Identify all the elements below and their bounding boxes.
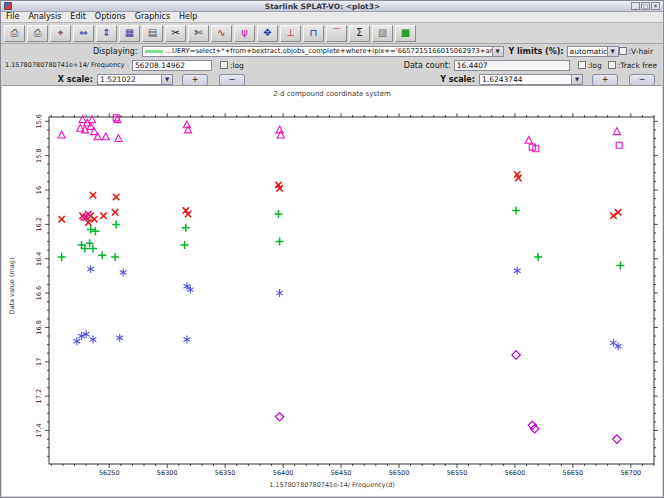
fit-width-icon[interactable]: ⇔ [73,25,94,42]
svg-text:56650: 56650 [563,469,584,477]
search-icon[interactable]: ⌖ [50,25,71,42]
chevron-down-icon[interactable]: ▼ [161,74,173,85]
svg-text:56700: 56700 [620,469,641,477]
y-limits-value: automatic [567,46,607,57]
x-log-checkbox[interactable] [220,61,228,69]
menu-help[interactable]: Help [179,12,197,22]
statistics-icon[interactable]: Σ [349,25,370,42]
x-log-label: :log [230,61,244,70]
vhair-region-icon[interactable]: ψ [234,25,255,42]
frequency-label: 1.15780780780741e+14/ Frequency : [5,61,129,69]
pan-icon[interactable]: ✥ [257,25,278,42]
y-scale-combo[interactable]: 1.6243744 ▼ [479,74,583,85]
menu-file[interactable]: File [6,12,19,22]
y-log-label: :log [588,61,602,70]
menu-analysis[interactable]: Analysis [28,12,61,22]
svg-text:56350: 56350 [215,469,236,477]
data-point [276,238,284,246]
svg-text:15.8: 15.8 [35,148,43,162]
control-panel: Displaying: ...UERY=select+*+from+bextra… [1,44,663,88]
data-point [58,253,66,261]
fit-height-icon[interactable]: ⇕ [96,25,117,42]
axis-tick-labels: 5625056300563505640056450565005655056600… [35,114,641,477]
displaying-label: Displaying: [5,47,138,56]
data-point [112,209,118,215]
filter-region-icon[interactable]: ▨ [372,25,393,42]
plot-canvas[interactable]: 2-d compound coordinate system 562505630… [2,85,662,496]
data-point [613,435,621,443]
displaying-row: Displaying: ...UERY=select+*+from+bextra… [1,44,663,58]
frequency-input[interactable]: 56208.14962 [132,60,212,71]
histogram-icon[interactable]: ⊓ [303,25,324,42]
data-point [94,133,101,140]
svg-text:16.8: 16.8 [35,320,43,334]
app-icon [4,2,12,10]
data-point [73,337,80,345]
track-free-checkbox[interactable] [608,61,616,69]
print-postscript-icon[interactable]: ⎙ [27,25,48,42]
x-scale-increase-button[interactable]: + [182,74,208,86]
data-point [514,267,521,275]
data-point [91,216,97,222]
minimize-button[interactable]: _ [631,2,640,10]
series-magenta-triangles [58,116,620,143]
svg-text:16.4: 16.4 [35,251,43,265]
x-scale-decrease-button[interactable]: − [219,74,245,86]
cut-icon[interactable]: ✂ [165,25,186,42]
data-point [616,262,624,270]
panel-layout-icon[interactable]: ▤ [142,25,163,42]
y-limits-combo[interactable]: automatic ▼ [567,46,619,57]
data-point [525,136,532,143]
data-point [58,131,65,138]
data-point [113,194,119,200]
grid-color-icon[interactable]: ■ [395,25,416,42]
chevron-down-icon[interactable]: ▼ [607,46,619,57]
menu-graphics[interactable]: Graphics [135,12,170,22]
close-button[interactable]: ✕ [651,2,660,10]
toolbar: ⎙⎙⌖⇔⇕▦▤✂✄∿ψ✥⊥⊓⌒Σ▨■ [1,23,663,44]
x-scale-combo[interactable]: 1.521022 ▼ [97,74,173,85]
x-scale-value[interactable]: 1.521022 [97,74,161,85]
svg-text:56600: 56600 [505,469,526,477]
vhair-checkbox[interactable] [619,47,627,55]
cut-remove-icon[interactable]: ✄ [188,25,209,42]
data-point [182,224,190,232]
data-count-value: 16.4407 [454,60,570,71]
splat-plot-window: Starlink SPLAT-VO: <plot3> _ □ ✕ FileAna… [0,0,664,498]
svg-text:16: 16 [35,186,43,194]
data-point [111,253,119,261]
data-point [616,142,622,148]
chevron-down-icon[interactable]: ▼ [492,46,504,57]
displaying-combo[interactable]: ...UERY=select+*+from+bextract.objobs_co… [142,46,504,57]
series-magenta-crosses [81,211,92,221]
y-scale-label: Y scale: [275,75,475,84]
data-point [115,135,122,142]
data-point [112,220,120,228]
data-count-label: Data count: [404,61,451,70]
y-scale-increase-button[interactable]: + [592,74,618,86]
chevron-down-icon[interactable]: ▼ [571,74,583,85]
data-point [512,207,520,215]
menu-options[interactable]: Options [95,12,126,22]
y-log-checkbox[interactable] [578,61,586,69]
y-axis-label: Data value (mag) [8,256,16,316]
maximize-button[interactable]: □ [641,2,650,10]
svg-text:56400: 56400 [273,469,294,477]
data-point [59,216,65,222]
print-icon[interactable]: ⎙ [4,25,25,42]
spectrum-icon[interactable]: ∿ [211,25,232,42]
series-red-crosses [59,171,622,226]
title-bar: Starlink SPLAT-VO: <plot3> _ □ ✕ [1,1,663,12]
colormap-icon[interactable]: ▦ [119,25,140,42]
data-point [610,339,617,347]
y-scale-decrease-button[interactable]: − [629,74,655,86]
menu-edit[interactable]: Edit [70,12,86,22]
baseline-icon[interactable]: ⊥ [280,25,301,42]
data-point [91,227,99,235]
data-point [116,334,123,342]
data-point [534,253,542,261]
series-purple-diamonds [275,351,621,444]
y-scale-value[interactable]: 1.6243744 [479,74,571,85]
curve-fit-icon[interactable]: ⌒ [326,25,347,42]
scatter-plot[interactable]: 5625056300563505640056450565005655056600… [2,86,664,498]
